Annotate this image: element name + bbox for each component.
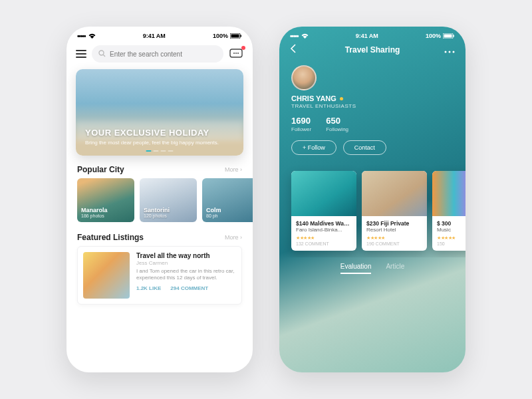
menu-icon[interactable]: [76, 50, 86, 58]
svg-point-3: [99, 51, 104, 55]
svg-point-6: [233, 53, 235, 54]
battery-percent: 100%: [426, 33, 441, 39]
notification-badge: [241, 46, 245, 50]
section-title-popular: Popular City: [77, 165, 124, 174]
hero-subtitle: Bring the most dear people, feel the big…: [85, 140, 234, 146]
star-rating: ★★★★★: [366, 235, 422, 241]
listing-author: Jess Carmen: [136, 260, 236, 266]
more-link-featured[interactable]: More ›: [225, 234, 242, 241]
wifi-icon: [88, 33, 96, 39]
svg-point-14: [452, 51, 454, 53]
profile-section: CHRIS YANG TRAVEL ENTHUSIASTS 1690Follow…: [279, 61, 466, 162]
listing-card[interactable]: $ 300Music★★★★★150: [432, 171, 466, 251]
svg-point-12: [444, 51, 446, 53]
status-time: 9:41 AM: [356, 33, 378, 39]
svg-rect-2: [240, 35, 241, 37]
svg-line-4: [103, 55, 105, 57]
card-image: [362, 171, 427, 216]
tab-evaluation[interactable]: Evaluation: [340, 263, 372, 274]
search-icon: [98, 48, 106, 60]
profile-name: CHRIS YANG: [291, 94, 336, 102]
search-input[interactable]: [92, 45, 223, 63]
listing-card[interactable]: $140 Maldives WabinFaro Island-Binka...★…: [291, 171, 356, 251]
svg-rect-11: [453, 35, 454, 37]
listing-desc: I and Tom opened the car in this retro c…: [136, 268, 236, 282]
status-bar: ••••• 9:41 AM 100%: [66, 27, 253, 39]
star-rating: ★★★★★: [296, 235, 352, 241]
svg-point-7: [235, 53, 237, 54]
tab-article[interactable]: Article: [386, 263, 404, 274]
page-title: Travel Sharing: [345, 45, 400, 55]
hero-title: YOUR EXCLUSIVE HOLIDAY: [85, 128, 234, 138]
battery-icon: [443, 33, 455, 39]
hero-banner[interactable]: YOUR EXCLUSIVE HOLIDAY Bring the most de…: [76, 69, 243, 156]
signal-icon: •••••: [290, 33, 299, 40]
follow-button[interactable]: + Follow: [291, 140, 336, 155]
popular-city-list: Manarola186 photos Santorini120 photos C…: [66, 178, 253, 229]
more-icon[interactable]: [444, 44, 455, 56]
city-card[interactable]: Manarola186 photos: [77, 178, 134, 222]
back-icon[interactable]: [290, 44, 301, 56]
follower-stat[interactable]: 1690Follower: [291, 116, 311, 132]
section-title-featured: Featured Listings: [77, 233, 144, 242]
profile-tag: TRAVEL ENTHUSIASTS: [291, 103, 454, 109]
listing-card[interactable]: $230 Fiji PrivateResort Hotel★★★★★190 CO…: [362, 171, 427, 251]
listing-comments: 294 COMMENT: [170, 285, 208, 291]
wifi-icon: [301, 33, 309, 39]
chat-icon[interactable]: [229, 47, 243, 61]
tab-bar: Evaluation Article: [279, 257, 466, 283]
svg-point-13: [448, 51, 450, 53]
listing-cards: $140 Maldives WabinFaro Island-Binka...★…: [279, 162, 466, 257]
status-time: 9:41 AM: [143, 33, 166, 39]
following-stat[interactable]: 650Following: [326, 116, 348, 132]
verified-icon: [340, 97, 343, 100]
contact-button[interactable]: Contact: [343, 140, 386, 155]
status-bar: ••••• 9:41 AM 100%: [279, 27, 466, 39]
city-card[interactable]: Santorini120 photos: [140, 178, 197, 222]
svg-rect-10: [444, 35, 452, 38]
card-image: [432, 171, 466, 216]
battery-percent: 100%: [213, 33, 228, 39]
star-rating: ★★★★★: [437, 235, 466, 241]
phone-profile: ••••• 9:41 AM 100% Travel Sharing CHRIS …: [279, 27, 466, 372]
phone-explore: ••••• 9:41 AM 100% YOUR EXCLUSIVE HOLIDA…: [66, 27, 253, 372]
card-image: [291, 171, 356, 216]
more-link-popular[interactable]: More ›: [225, 166, 242, 173]
listing-title: Travel all the way north: [136, 252, 236, 259]
battery-icon: [230, 33, 242, 39]
listing-likes: 1.2K LIKE: [136, 285, 161, 291]
city-card[interactable]: Colm80 ph: [202, 178, 253, 222]
listing-thumbnail: [83, 252, 130, 299]
svg-point-8: [237, 53, 239, 54]
avatar[interactable]: [291, 65, 317, 90]
svg-rect-1: [231, 35, 239, 38]
signal-icon: •••••: [77, 33, 86, 40]
listing-card[interactable]: Travel all the way north Jess Carmen I a…: [77, 246, 242, 305]
carousel-indicator: [146, 150, 174, 152]
